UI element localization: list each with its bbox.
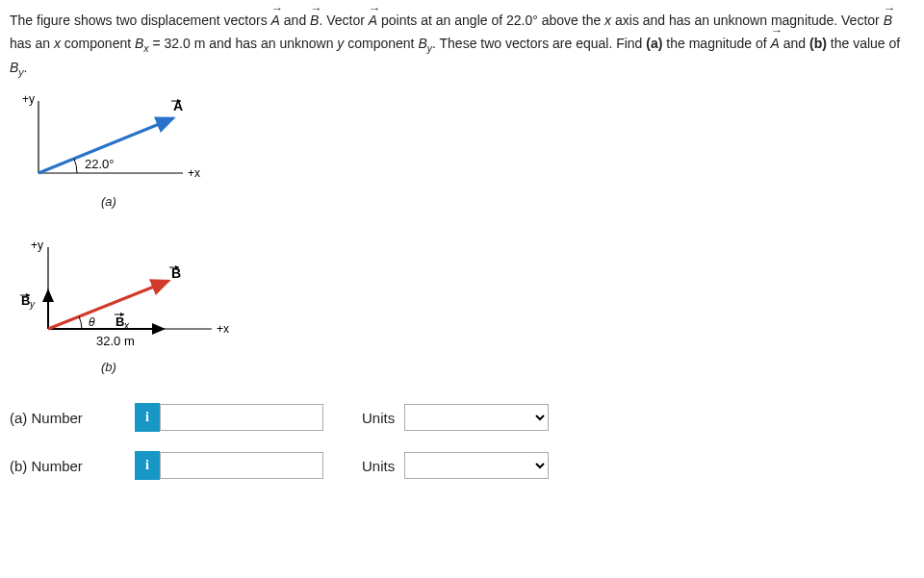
svg-text:x: x: [123, 320, 130, 331]
answer-b-input[interactable]: [160, 452, 323, 479]
vector-a-symbol: A: [271, 10, 280, 33]
answer-row-a: (a) Number i Units: [10, 403, 914, 432]
units-select-b[interactable]: [404, 452, 549, 479]
svg-line-9: [48, 281, 168, 329]
info-icon[interactable]: i: [135, 451, 160, 480]
plus-x-label-b: +x: [217, 322, 229, 336]
units-select-a[interactable]: [404, 404, 549, 431]
answer-a-label: (a) Number: [10, 410, 135, 426]
vector-a-diagram: +y +x 22.0° A: [19, 91, 231, 188]
plus-x-label: +x: [188, 166, 200, 180]
answer-row-b: (b) Number i Units: [10, 451, 914, 480]
units-label-a: Units: [362, 410, 395, 426]
figure-b-caption: (b): [101, 360, 914, 374]
svg-text:B: B: [116, 314, 124, 329]
angle-label: 22.0°: [85, 157, 115, 171]
bx-length: 32.0 m: [96, 334, 135, 348]
vector-b-symbol: B: [310, 10, 319, 33]
plus-y-label-b: +y: [31, 239, 43, 252]
info-icon[interactable]: i: [135, 403, 160, 432]
figure-a-caption: (a): [101, 194, 914, 209]
answer-a-input[interactable]: [160, 404, 323, 431]
units-label-b: Units: [362, 458, 395, 474]
figure-a: +y +x 22.0° A (a): [19, 91, 914, 209]
vector-b-diagram: +y +x B y θ B x 32.0 m B: [19, 238, 250, 353]
plus-y-label: +y: [22, 92, 35, 106]
theta-label: θ: [89, 315, 95, 329]
svg-text:y: y: [29, 299, 36, 310]
figure-b: +y +x B y θ B x 32.0 m B (b): [19, 238, 914, 374]
problem-statement: The figure shows two displacement vector…: [10, 10, 914, 82]
answer-b-label: (b) Number: [10, 458, 135, 474]
